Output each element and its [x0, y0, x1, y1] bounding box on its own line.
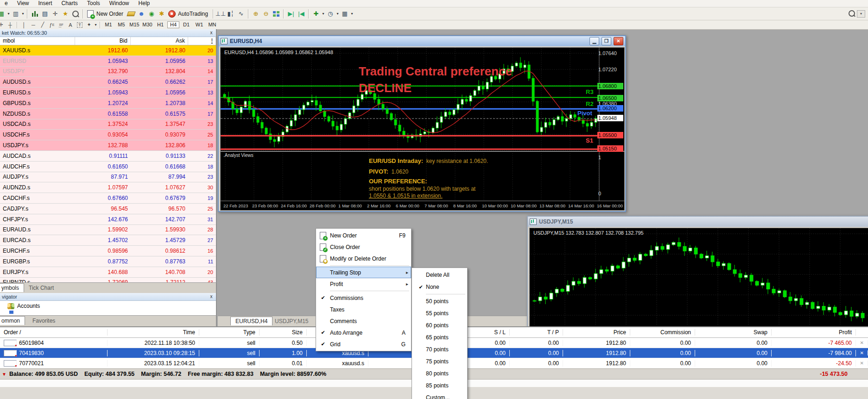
periods-dropdown-icon[interactable]: ▾: [336, 12, 340, 16]
restore-icon[interactable]: ❐: [602, 37, 611, 45]
trailing-option-75-points[interactable]: 75 points: [412, 355, 467, 368]
bar-chart-mode-icon[interactable]: ⊥⊥: [215, 9, 226, 19]
tab-favorites[interactable]: Favorites: [28, 317, 60, 325]
timeframe-m30[interactable]: M30: [141, 21, 153, 28]
menu-view[interactable]: View: [13, 0, 34, 7]
trailing-option-delete-all[interactable]: Delete All: [412, 269, 467, 281]
signals-icon[interactable]: ◉: [146, 9, 157, 19]
market-watch-row-eurusd.s[interactable]: EURUSD.s1.059431.0595613: [0, 87, 216, 98]
new-order-button[interactable]: New Order: [96, 11, 123, 17]
column-symbol[interactable]: mbol: [0, 37, 75, 45]
horizontal-line-tool-icon[interactable]: ─: [29, 21, 38, 28]
arrows-tool-icon[interactable]: ✦: [84, 21, 94, 28]
trailing-option-70-points[interactable]: 70 points: [412, 343, 467, 355]
context-menu-item-auto-arrange[interactable]: ✔Auto ArrangeA: [316, 327, 411, 338]
trailing-option-none[interactable]: ✔None: [412, 281, 467, 293]
market-watch-row-eurchf.s[interactable]: EURCHF.s0.985960.9861216: [0, 246, 216, 256]
expert-settings-icon[interactable]: ✱: [157, 9, 167, 19]
context-menu-item-close-order[interactable]: ✓Close Order: [316, 241, 411, 253]
market-watch-row-audusd.s[interactable]: AUDUSD.s0.662450.6626217: [0, 77, 216, 87]
tile-windows-icon[interactable]: [271, 9, 281, 19]
new-chart-dropdown-icon[interactable]: ▾: [6, 12, 11, 16]
trailing-option-65-points[interactable]: 65 points: [412, 331, 467, 343]
market-watch-row-usdchf.s[interactable]: USDCHF.s0.930540.9307925: [0, 130, 216, 140]
trailing-option-80-points[interactable]: 80 points: [412, 368, 467, 380]
chart-tab-eurusd-h4[interactable]: EURUSD,H4: [230, 317, 272, 325]
market-watch-row-audchf.s[interactable]: AUDCHF.s0.616500.6166818: [0, 162, 216, 172]
search-icon[interactable]: [849, 10, 855, 17]
tab-ymbols[interactable]: ymbols: [0, 283, 24, 292]
market-watch-row-gbpusd.s[interactable]: GBPUSD.s1.207241.2073814: [0, 98, 216, 109]
market-watch-row-usdjpy.s[interactable]: USDJPY.s132.788132.80618: [0, 140, 216, 151]
navigator-toggle-icon[interactable]: ✛: [50, 9, 60, 19]
metaeditor-icon[interactable]: ☻: [136, 9, 146, 19]
timeframe-h4[interactable]: H4: [167, 21, 179, 28]
trailing-option-custom-[interactable]: Custom...: [412, 392, 467, 399]
close-icon[interactable]: x: [209, 294, 214, 299]
close-position-icon[interactable]: ✕: [856, 361, 868, 366]
market-watch-row-audcad.s[interactable]: AUDCAD.s0.911110.9113322: [0, 151, 216, 162]
templates-button[interactable]: ▦: [340, 9, 350, 19]
chart2-titlebar[interactable]: USDJPY,M15: [528, 217, 868, 227]
minimize-icon[interactable]: ▁: [589, 37, 599, 45]
terminal-column-type[interactable]: Type: [199, 329, 260, 336]
timeframe-d1[interactable]: D1: [180, 21, 192, 28]
text-label-tool-icon[interactable]: T: [75, 21, 84, 28]
terminal-column-size[interactable]: Size: [260, 329, 307, 336]
trailing-option-50-points[interactable]: 50 points: [412, 295, 467, 307]
market-watch-toggle-icon[interactable]: [30, 9, 40, 19]
column-bid[interactable]: Bid: [75, 37, 131, 45]
market-watch-row-usdjpy[interactable]: USDJPY132.790132.80414: [0, 67, 216, 77]
auto-scroll-icon[interactable]: ▶|: [286, 9, 296, 19]
chart-tab-usdjpy-m15[interactable]: USDJPY,M15: [270, 317, 313, 325]
autotrading-button[interactable]: AutoTrading: [178, 11, 208, 17]
context-menu-item-new-order[interactable]: +New OrderF9: [316, 230, 411, 241]
data-window-icon[interactable]: ▤: [40, 9, 50, 19]
tab-tick-chart[interactable]: Tick Chart: [24, 284, 58, 292]
context-menu-item-grid[interactable]: ✔GridG: [316, 338, 411, 350]
chart1-plot-area[interactable]: EURUSD,H4 1.05896 1.05989 1.05862 1.0594…: [220, 47, 625, 211]
terminal-column-tp[interactable]: T / P: [510, 329, 563, 336]
trailing-option-85-points[interactable]: 85 points: [412, 380, 467, 392]
candlestick-mode-icon[interactable]: ▮╎: [226, 9, 236, 19]
context-menu-item-comments[interactable]: Comments: [316, 315, 411, 327]
timeframe-m1[interactable]: M1: [102, 21, 114, 28]
close-icon[interactable]: ✕: [614, 37, 623, 45]
market-watch-row-nzdusd.s[interactable]: NZDUSD.s0.615580.6157517: [0, 109, 216, 119]
indicators-button[interactable]: ✚: [311, 9, 321, 19]
menu-insert[interactable]: Insert: [33, 0, 57, 7]
profiles-dropdown-icon[interactable]: ▾: [21, 12, 25, 16]
channel-tool-icon[interactable]: ≡F: [57, 21, 66, 28]
menu-window[interactable]: Window: [105, 0, 134, 7]
context-menu-item-profit[interactable]: Profit▸: [316, 278, 411, 290]
timeframe-mn[interactable]: MN: [206, 21, 218, 28]
fibonacci-tool-icon[interactable]: ƒE: [47, 21, 57, 28]
indicators-dropdown-icon[interactable]: ▾: [321, 12, 325, 16]
market-watch-row-audnzd.s[interactable]: AUDNZD.s1.075971.0762730: [0, 182, 216, 193]
market-watch-row-xauusd.s[interactable]: XAUUSD.s1912.601912.8020: [0, 45, 216, 56]
context-menu-item-taxes[interactable]: Taxes: [316, 304, 411, 315]
chart-shift-icon[interactable]: |◀: [296, 9, 306, 19]
zoom-in-icon[interactable]: ⊕: [251, 9, 261, 19]
trailing-option-55-points[interactable]: 55 points: [412, 307, 467, 319]
text-tool-icon[interactable]: A: [66, 21, 75, 28]
menu-file-partial[interactable]: e: [0, 0, 13, 7]
new-order-icon[interactable]: +: [85, 9, 95, 19]
terminal-column-order[interactable]: Order /: [0, 329, 108, 336]
market-watch-row-euraud.s[interactable]: EURAUD.s1.599021.5993028: [0, 225, 216, 236]
market-watch-row-audjpy.s[interactable]: AUDJPY.s87.97187.99423: [0, 172, 216, 183]
timeframe-m15[interactable]: M15: [128, 21, 140, 28]
terminal-column-profit[interactable]: Profit: [772, 329, 856, 336]
chart2-plot-area[interactable]: USDJPY,M15 132.783 132.807 132.708 132.7…: [529, 228, 868, 330]
close-icon[interactable]: x: [209, 30, 214, 36]
new-chart-button[interactable]: ▦: [0, 9, 6, 19]
context-menu-item-modify-or-delete-order[interactable]: ✱Modify or Delete Order: [316, 253, 411, 264]
market-watch-row-eurcad.s[interactable]: EURCAD.s1.457021.4572927: [0, 235, 216, 246]
market-watch-row-eurgbp.s[interactable]: EURGBP.s0.877520.8776311: [0, 256, 216, 267]
trailing-option-60-points[interactable]: 60 points: [412, 319, 467, 331]
market-watch-row-eurusd[interactable]: EURUSD1.059431.0595613: [0, 56, 216, 67]
timeframe-w1[interactable]: W1: [193, 21, 205, 28]
market-watch-row-usdcad.s[interactable]: USDCAD.s1.375241.3754723: [0, 119, 216, 130]
cursor-tool-icon[interactable]: ✛: [0, 21, 6, 28]
arrows-dropdown-icon[interactable]: ▾: [94, 23, 98, 27]
